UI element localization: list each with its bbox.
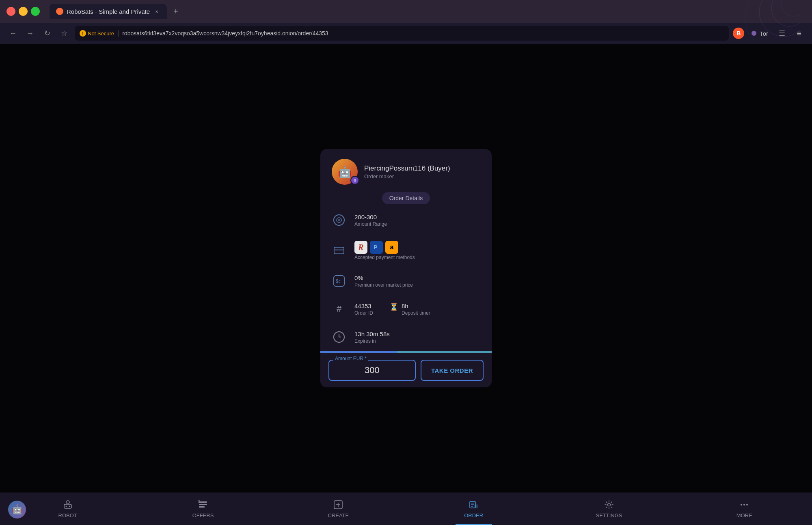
order-id-value: 44353	[354, 302, 373, 309]
deposit-timer-item: ⏳ 8h Deposit timer	[389, 302, 430, 316]
premium-content: 0% Premium over market price	[354, 274, 480, 288]
title-bar: RoboSats - Simple and Private × +	[0, 0, 812, 23]
maker-name: PiercingPossum116 (Buyer)	[364, 164, 480, 173]
security-label: Not Secure	[88, 30, 114, 37]
svg-rect-11	[64, 504, 71, 508]
amount-input-group: Amount EUR * 300	[328, 360, 416, 381]
amount-input[interactable]: 300	[328, 360, 416, 381]
create-icon	[333, 499, 344, 510]
payment-label: Accepted payment methods	[354, 255, 480, 260]
avatar-badge-icon: «	[354, 177, 356, 183]
robot-icon	[62, 499, 73, 510]
take-order-section: Amount EUR * 300 TAKE ORDER	[320, 353, 492, 387]
take-order-button[interactable]: TAKE ORDER	[421, 360, 484, 381]
deposit-timer-label: Deposit timer	[402, 310, 430, 316]
expires-content: 13h 30m 58s Expires in	[354, 331, 480, 344]
svg-rect-16	[199, 506, 205, 508]
premium-row: $: 0% Premium over market price	[320, 267, 492, 295]
svg-rect-14	[199, 501, 207, 503]
tab-close-button[interactable]: ×	[153, 8, 160, 15]
new-tab-button[interactable]: +	[170, 6, 181, 17]
more-nav-label: MORE	[736, 512, 752, 519]
user-avatar-img: 🤖	[8, 501, 26, 519]
order-icon	[468, 499, 479, 510]
expires-row: 13h 30m 58s Expires in	[320, 323, 492, 351]
clock-icon-wrapper	[332, 330, 346, 344]
svg-point-2	[745, 0, 800, 41]
nav-item-create[interactable]: CREATE	[271, 493, 406, 525]
amount-label: Amount EUR *	[333, 356, 368, 361]
svg-point-27	[741, 504, 742, 506]
page-content: 🤖 « PiercingPossum116 (Buyer) Order make…	[0, 44, 812, 493]
premium-label: Premium over market price	[354, 282, 480, 288]
svg-point-5	[338, 219, 340, 221]
svg-rect-7	[334, 249, 344, 251]
progress-fill-blue	[320, 351, 397, 353]
nav-item-settings[interactable]: SETTINGS	[541, 493, 676, 525]
browser-chrome: RoboSats - Simple and Private × + ← → ↻ …	[0, 0, 812, 44]
premium-value: 0%	[354, 274, 480, 281]
refresh-button[interactable]: ↻	[41, 27, 54, 40]
payment-icons: R P a	[354, 241, 480, 254]
tab-bar: RoboSats - Simple and Private × +	[50, 4, 806, 19]
order-card: 🤖 « PiercingPossum116 (Buyer) Order make…	[320, 149, 492, 387]
maker-role: Order maker	[364, 173, 480, 179]
more-icon	[739, 499, 750, 510]
payment-methods-row: R P a Accepted payment methods	[320, 234, 492, 267]
svg-rect-25	[475, 505, 478, 508]
url-text: robosats6tkf3eva7x2voqso3a5wcorsnw34jvey…	[122, 30, 724, 37]
bookmark-button[interactable]: ☆	[58, 27, 71, 40]
tab-favicon	[56, 8, 63, 15]
order-id-item: 44353 Order ID	[354, 302, 373, 316]
payment-content: R P a Accepted payment methods	[354, 241, 480, 260]
svg-text:P: P	[374, 244, 377, 251]
active-tab[interactable]: RoboSats - Simple and Private ×	[50, 4, 167, 19]
premium-icon: $:	[332, 274, 346, 288]
hourglass-icon: ⏳	[389, 302, 398, 311]
close-window-button[interactable]	[6, 7, 15, 16]
maximize-window-button[interactable]	[31, 7, 40, 16]
order-details-button[interactable]: Order Details	[382, 192, 430, 204]
progress-fill-teal	[397, 351, 492, 353]
expires-label: Expires in	[354, 338, 480, 344]
expires-value: 13h 30m 58s	[354, 331, 480, 337]
svg-point-10	[66, 501, 69, 504]
avatar-container: 🤖 «	[332, 159, 358, 185]
svg-rect-15	[199, 504, 207, 505]
paypal-icon: P	[370, 241, 383, 254]
address-bar[interactable]: ! Not Secure | robosats6tkf3eva7x2voqso3…	[75, 26, 729, 41]
nav-item-offers[interactable]: OFFERS	[135, 493, 270, 525]
amount-range-label: Amount Range	[354, 221, 480, 227]
user-avatar-bottom[interactable]: 🤖	[8, 501, 26, 519]
robot-nav-label: ROBOT	[58, 512, 77, 519]
svg-point-28	[743, 504, 745, 506]
offers-icon	[197, 499, 209, 510]
order-nav-label: ORDER	[464, 512, 483, 519]
amazon-icon: a	[385, 241, 398, 254]
hash-icon-wrapper: #	[332, 302, 346, 316]
minimize-window-button[interactable]	[19, 7, 28, 16]
revolut-icon: R	[354, 241, 367, 254]
back-button[interactable]: ←	[6, 27, 19, 40]
clock-icon	[333, 331, 345, 343]
svg-point-13	[69, 506, 70, 507]
deco-circles	[719, 0, 800, 41]
settings-nav-label: SETTINGS	[596, 512, 622, 519]
avatar-badge: «	[350, 176, 359, 185]
amount-icon	[332, 213, 346, 227]
deposit-timer-value: 8h	[402, 302, 430, 309]
amount-range-value: 200-300	[354, 214, 480, 220]
svg-point-3	[782, 0, 800, 16]
tab-title: RoboSats - Simple and Private	[67, 8, 150, 15]
order-id-row: # 44353 Order ID ⏳ 8h Deposit timer	[320, 295, 492, 323]
nav-item-more[interactable]: MORE	[677, 493, 812, 525]
svg-text:$:: $:	[336, 279, 340, 284]
settings-icon	[603, 499, 615, 510]
svg-point-12	[65, 506, 67, 507]
nav-item-order[interactable]: ORDER	[406, 493, 541, 525]
window-buttons	[6, 7, 40, 16]
hash-icon: #	[337, 304, 341, 314]
offers-nav-label: OFFERS	[192, 512, 214, 519]
svg-point-29	[746, 504, 748, 506]
forward-button[interactable]: →	[24, 27, 37, 40]
